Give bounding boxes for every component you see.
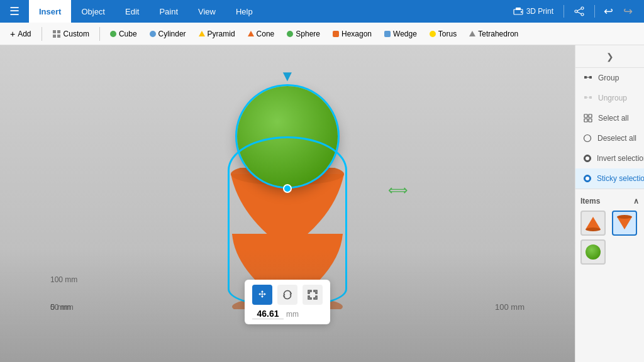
select-all-label: Select all: [598, 114, 629, 123]
svg-rect-8: [53, 30, 56, 33]
arrow-top: ▼: [280, 67, 295, 85]
transform-value-input[interactable]: [252, 309, 284, 319]
hexagon-dot: [333, 31, 339, 37]
svg-rect-20: [589, 96, 592, 99]
shape-toolbar: + Add Custom Cube Cylinder Pyramid Cone …: [0, 23, 644, 45]
items-section: Items ∧: [575, 189, 644, 362]
object-group[interactable]: ▼ ⟺: [218, 86, 357, 300]
svg-point-3: [581, 7, 584, 9]
svg-rect-25: [589, 119, 592, 122]
ungroup-icon: [583, 93, 593, 103]
svg-rect-17: [589, 76, 592, 79]
svg-rect-16: [584, 76, 587, 79]
shape-cone[interactable]: Cone: [243, 27, 280, 41]
cylinder-dot: [150, 31, 156, 37]
cone-down-icon: [616, 214, 633, 232]
tetrahedron-label: Tetrahedron: [478, 30, 518, 38]
svg-point-32: [586, 228, 601, 231]
svg-rect-23: [589, 114, 592, 118]
grid-labels-vertical: 100 mm 50 mm: [50, 256, 77, 312]
svg-rect-9: [57, 30, 60, 33]
cylinder-label: Cylinder: [158, 30, 186, 38]
custom-label: Custom: [64, 30, 89, 38]
svg-line-6: [577, 9, 581, 11]
toolbar-sep2: [99, 27, 100, 41]
undo-redo-group: ↩ ↪: [600, 3, 636, 19]
3d-print-label: 3D Print: [526, 7, 553, 16]
item-cone-down[interactable]: [612, 211, 637, 236]
tab-view[interactable]: View: [188, 0, 226, 23]
deselect-all-action[interactable]: Deselect all: [575, 128, 644, 148]
tab-help[interactable]: Help: [226, 0, 263, 23]
vgrid-50: 50 mm: [50, 303, 77, 312]
panel-toggle-button[interactable]: ❯: [575, 45, 644, 68]
svg-point-34: [617, 215, 632, 219]
transform-buttons: [252, 285, 323, 305]
menu-bar: ☰ Insert Object Edit Paint View Help: [0, 0, 263, 23]
title-bar: ☰ Insert Object Edit Paint View Help 3D …: [0, 0, 644, 23]
tetrahedron-icon: [469, 31, 475, 36]
select-all-action[interactable]: Select all: [575, 108, 644, 128]
item-cone-up[interactable]: [580, 211, 606, 236]
tab-edit[interactable]: Edit: [115, 0, 149, 23]
shape-torus[interactable]: Torus: [425, 27, 462, 41]
item-sphere[interactable]: [580, 239, 606, 265]
svg-rect-10: [53, 35, 56, 38]
move-button[interactable]: [252, 285, 272, 305]
3d-viewport[interactable]: 0 mm 100 mm 100 mm 50 mm ▼ ⟺: [0, 45, 575, 362]
items-grid: [580, 211, 639, 265]
tab-insert[interactable]: Insert: [29, 0, 71, 23]
shape-cube[interactable]: Cube: [105, 27, 142, 41]
invert-selection-label: Invert selection: [597, 154, 644, 163]
invert-selection-icon: [583, 153, 592, 163]
sphere-object[interactable]: [237, 86, 338, 187]
items-collapse-icon[interactable]: ∧: [633, 197, 639, 206]
deselect-all-icon: [583, 133, 592, 143]
hamburger-button[interactable]: ☰: [0, 0, 29, 23]
scale-button[interactable]: [303, 285, 323, 305]
shape-sphere[interactable]: Sphere: [282, 27, 325, 41]
panel-actions: Group Ungroup Select all Deselect all: [575, 68, 644, 189]
invert-selection-action[interactable]: Invert selection: [575, 148, 644, 168]
svg-rect-11: [57, 35, 60, 38]
arrow-right: ⟺: [388, 182, 407, 199]
add-button[interactable]: + Add: [5, 26, 36, 41]
cone-label: Cone: [257, 30, 275, 38]
items-label: Items: [580, 197, 600, 206]
vgrid-100: 100 mm: [50, 275, 77, 284]
undo-button[interactable]: ↩: [600, 3, 617, 19]
wedge-label: Wedge: [393, 30, 417, 38]
custom-icon: [52, 30, 61, 38]
redo-button[interactable]: ↪: [619, 3, 636, 19]
torus-dot: [430, 31, 436, 37]
custom-button[interactable]: Custom: [47, 27, 94, 41]
share-button[interactable]: [569, 4, 589, 19]
shape-hexagon[interactable]: Hexagon: [328, 27, 377, 41]
shape-tetrahedron[interactable]: Tetrahedron: [464, 27, 523, 41]
hexagon-label: Hexagon: [341, 30, 372, 38]
group-action[interactable]: Group: [575, 68, 644, 88]
wedge-icon: [384, 31, 391, 37]
shape-cylinder[interactable]: Cylinder: [145, 27, 191, 41]
svg-rect-19: [584, 96, 587, 99]
items-header: Items ∧: [580, 194, 639, 211]
sticky-selection-action[interactable]: Sticky selection: [575, 168, 644, 189]
sep2: [594, 5, 595, 18]
torus-label: Torus: [438, 30, 457, 38]
tab-object[interactable]: Object: [71, 0, 115, 23]
shape-wedge[interactable]: Wedge: [379, 27, 422, 41]
tab-paint[interactable]: Paint: [149, 0, 188, 23]
svg-point-26: [584, 135, 591, 142]
3d-print-button[interactable]: 3D Print: [508, 4, 558, 19]
pyramid-icon: [199, 31, 205, 36]
svg-rect-1: [516, 8, 521, 10]
ungroup-action[interactable]: Ungroup: [575, 88, 644, 108]
svg-point-4: [575, 10, 577, 13]
shape-pyramid[interactable]: Pyramid: [194, 27, 240, 41]
transform-unit: mm: [286, 310, 299, 319]
rotate-button[interactable]: [277, 285, 297, 305]
add-label: Add: [18, 30, 31, 38]
toolbar-sep1: [42, 27, 42, 41]
sep1: [564, 5, 564, 18]
center-dot: [283, 184, 292, 193]
